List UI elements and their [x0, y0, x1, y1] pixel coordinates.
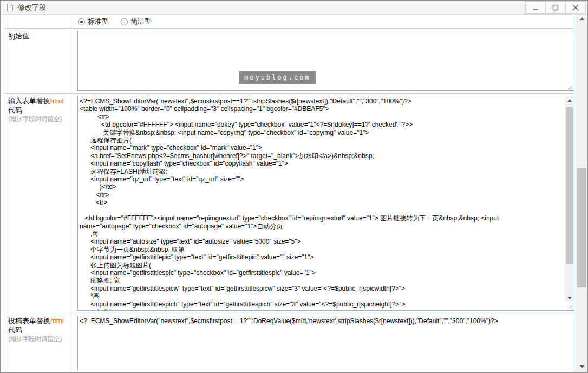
- init-value-row: 初始值 moyublog.com: [5, 29, 574, 94]
- post-code-text: <?=ECMS_ShowEditorVar("newstext",$ecmsfi…: [80, 317, 572, 370]
- input-code-textarea[interactable]: <?=ECMS_ShowEditorVar("newstext",$ecmsfi…: [77, 96, 574, 311]
- init-value-label: 初始值: [5, 29, 70, 93]
- radio-standard[interactable]: [78, 18, 85, 25]
- field-type-row: 标准型 简洁型: [5, 15, 574, 29]
- input-code-text: <?=ECMS_ShowEditorVar("newstext",$ecmsfi…: [80, 97, 564, 310]
- close-button[interactable]: [565, 1, 586, 14]
- post-code-textarea[interactable]: <?=ECMS_ShowEditorVar("newstext",$ecmsfi…: [77, 316, 574, 370]
- radio-simple-label[interactable]: 简洁型: [130, 17, 152, 27]
- input-code-cell: <?=ECMS_ShowEditorVar("newstext",$ecmsfi…: [71, 94, 574, 313]
- scroll-up-icon[interactable]: [565, 96, 574, 104]
- radio-standard-label[interactable]: 标准型: [88, 17, 109, 27]
- title-bar: 修改字段: [1, 1, 587, 15]
- input-code-label: 输入表单替换html代码 (增加字段时请留空): [5, 94, 70, 313]
- init-value-text: [80, 32, 564, 90]
- document-icon: [6, 3, 14, 12]
- post-code-label: 投稿表单替换html代码 (增加字段时请留空): [5, 313, 70, 373]
- scrollbar-thumb[interactable]: [566, 107, 573, 264]
- window-scrollbar[interactable]: [576, 15, 587, 372]
- modify-field-dialog: 修改字段 标准型 简洁型: [0, 0, 588, 373]
- minimize-button[interactable]: [525, 1, 546, 14]
- html-highlight: html: [50, 97, 64, 105]
- field-type-cell: 标准型 简洁型: [71, 15, 574, 28]
- radio-simple[interactable]: [121, 18, 128, 25]
- scroll-down-icon[interactable]: [565, 294, 574, 302]
- input-code-note: (增加字段时请留空): [8, 115, 68, 124]
- watermark-badge: moyublog.com: [239, 71, 316, 84]
- field-type-label-cell: [5, 15, 70, 28]
- maximize-button[interactable]: [545, 1, 566, 14]
- window-title: 修改字段: [18, 1, 46, 14]
- input-code-row: 输入表单替换html代码 (增加字段时请留空) <?=ECMS_ShowEdit…: [5, 94, 574, 313]
- window-scrollbar-thumb[interactable]: [577, 168, 586, 287]
- field-type-radio-group: 标准型 简洁型: [78, 17, 164, 27]
- post-code-note: (增加字段时请留空): [8, 335, 68, 344]
- init-value-cell: moyublog.com: [71, 29, 574, 93]
- html-highlight: html: [50, 317, 64, 325]
- post-code-row: 投稿表单替换html代码 (增加字段时请留空) <?=ECMS_ShowEdit…: [5, 313, 574, 373]
- input-code-scrollbar[interactable]: [565, 96, 574, 302]
- window-controls: [526, 1, 586, 14]
- post-code-cell: <?=ECMS_ShowEditorVar("newstext",$ecmsfi…: [71, 313, 574, 373]
- scroll-up-icon[interactable]: [576, 15, 587, 23]
- scroll-down-icon[interactable]: [576, 363, 587, 371]
- init-value-textarea[interactable]: moyublog.com: [77, 31, 574, 91]
- resize-grip-icon[interactable]: [566, 83, 573, 90]
- field-form: 标准型 简洁型 初始值 moyublog.com: [5, 15, 574, 373]
- resize-grip-icon[interactable]: [566, 303, 573, 310]
